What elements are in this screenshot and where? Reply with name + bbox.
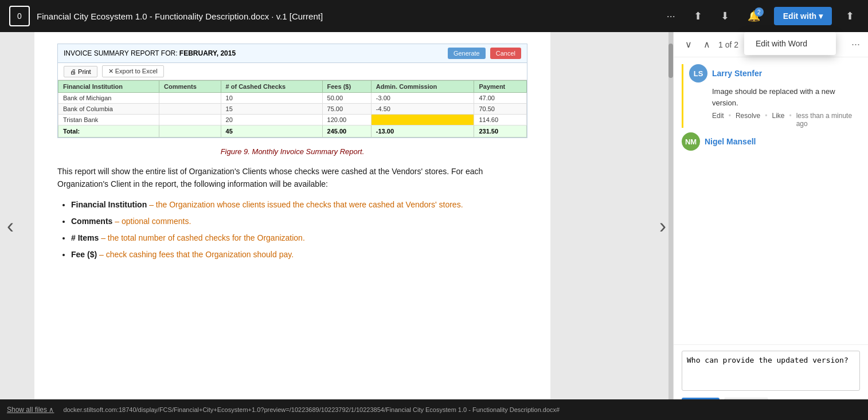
invoice-cancel-button[interactable]: Cancel <box>490 48 521 59</box>
bottom-bar: Show all files ∧ docker.stiltsoft.com:18… <box>0 399 868 420</box>
col-cashed-checks: # of Cashed Checks <box>221 81 322 93</box>
reply-textarea[interactable]: Who can provide the updated version? <box>682 351 860 391</box>
list-item: # Items – the total number of cashed che… <box>71 231 527 245</box>
col-fees: Fees ($) <box>322 81 371 93</box>
doc-area: ‹ INVOICE SUMMARY REPORT FOR: FEBRUARY, … <box>0 32 673 420</box>
prev-page-button[interactable]: ‹ <box>2 210 18 243</box>
invoice-table: Financial Institution Comments # of Cash… <box>58 80 527 138</box>
edit-with-word-item[interactable]: Edit with Word <box>744 32 836 55</box>
show-files-link[interactable]: Show all files ∧ <box>7 406 54 414</box>
list-item: Financial Institution – the Organization… <box>71 198 527 212</box>
comment-entry-larry: LS Larry Stenfer Image should be replace… <box>682 64 860 128</box>
comment-body-larry: Image should be replaced with a new vers… <box>689 86 860 108</box>
col-comments: Comments <box>159 81 221 93</box>
comment-thread: LS Larry Stenfer Image should be replace… <box>674 57 868 344</box>
upload-button[interactable]: ⬆ <box>689 7 707 25</box>
resolve-action[interactable]: Resolve <box>736 112 760 128</box>
col-payment: Payment <box>474 81 527 93</box>
url-bar: docker.stiltsoft.com:18740/display/FCS/F… <box>63 406 560 413</box>
panel-options-button[interactable]: ··· <box>851 38 860 50</box>
figure-caption: Figure 9. Monthly Invoice Summary Report… <box>57 147 527 156</box>
comment-prev-button[interactable]: ∨ <box>682 38 695 51</box>
table-row: Bank of Michigan 10 50.00 -3.00 47.00 <box>58 93 527 104</box>
list-item: Comments – optional comments. <box>71 214 527 229</box>
doc-title: Financial City Ecosystem 1.0 - Functiona… <box>37 11 662 21</box>
invoice-container: INVOICE SUMMARY REPORT FOR: FEBRUARY, 20… <box>57 44 527 138</box>
comment-author-larry: Larry Stenfer <box>712 69 762 78</box>
comment-header-larry: LS Larry Stenfer <box>689 64 860 83</box>
table-row: Bank of Columbia 15 75.00 -4.50 70.50 <box>58 104 527 115</box>
main-layout: ‹ INVOICE SUMMARY REPORT FOR: FEBRUARY, … <box>0 32 868 420</box>
top-bar: 0 Financial City Ecosystem 1.0 - Functio… <box>0 0 868 32</box>
print-button[interactable]: 🖨 Print <box>64 66 97 77</box>
notification-badge: 2 <box>754 7 764 17</box>
scroll-thumb <box>668 44 673 78</box>
edit-with-dropdown: Edit with Word <box>744 32 836 55</box>
comment-timestamp: less than a minute ago <box>796 112 860 128</box>
table-total-row: Total: 45 245.00 -13.00 231.50 <box>58 125 527 138</box>
generate-button[interactable]: Generate <box>448 48 486 59</box>
top-bar-actions: ··· ⬆ ⬇ 🔔 2 Edit with ▾ ⬆ <box>662 7 859 25</box>
comment-header-nigel: NM Nigel Mansell <box>682 132 860 151</box>
invoice-header-bar: INVOICE SUMMARY REPORT FOR: FEBRUARY, 20… <box>58 44 527 63</box>
notification-button[interactable]: 🔔 2 <box>743 7 765 25</box>
export-button[interactable]: ✕ Export to Excel <box>102 65 164 77</box>
download-button[interactable]: ⬇ <box>716 7 734 25</box>
edit-action[interactable]: Edit <box>712 112 724 128</box>
feature-list: Financial Institution – the Organization… <box>71 198 527 262</box>
list-item: Fee ($) – check cashing fees that the Or… <box>71 248 527 262</box>
invoice-header-buttons: Generate Cancel <box>448 48 521 59</box>
comment-actions-larry: Edit • Resolve • Like • less than a minu… <box>689 112 860 128</box>
like-action[interactable]: Like <box>772 112 784 128</box>
comment-next-button[interactable]: ∧ <box>700 38 714 51</box>
more-options-button[interactable]: ··· <box>662 8 680 25</box>
comment-author-nigel: Nigel Mansell <box>705 137 756 146</box>
right-panel: ∨ ∧ 1 of 2 ··· LS Larry Stenfer Image sh… <box>673 32 868 420</box>
comment-entry-nigel: NM Nigel Mansell <box>682 132 860 151</box>
invoice-print-bar: 🖨 Print ✕ Export to Excel <box>58 63 527 80</box>
doc-icon: 0 <box>9 6 30 26</box>
next-page-button[interactable]: › <box>655 210 671 243</box>
invoice-title: INVOICE SUMMARY REPORT FOR: FEBRUARY, 20… <box>64 49 236 57</box>
col-admin-commission: Admin. Commission <box>371 81 474 93</box>
doc-scroll-area: ‹ INVOICE SUMMARY REPORT FOR: FEBRUARY, … <box>0 32 673 420</box>
share-button[interactable]: ⬆ <box>841 7 859 25</box>
body-text: This report will show the entire list of… <box>57 165 527 191</box>
doc-page: INVOICE SUMMARY REPORT FOR: FEBRUARY, 20… <box>34 32 550 420</box>
avatar-larry: LS <box>689 64 707 83</box>
avatar-nigel: NM <box>682 132 700 151</box>
col-financial-institution: Financial Institution <box>58 81 159 93</box>
table-row: Tristan Bank 20 120.00 114.60 <box>58 115 527 125</box>
edit-with-button[interactable]: Edit with ▾ <box>774 7 832 25</box>
